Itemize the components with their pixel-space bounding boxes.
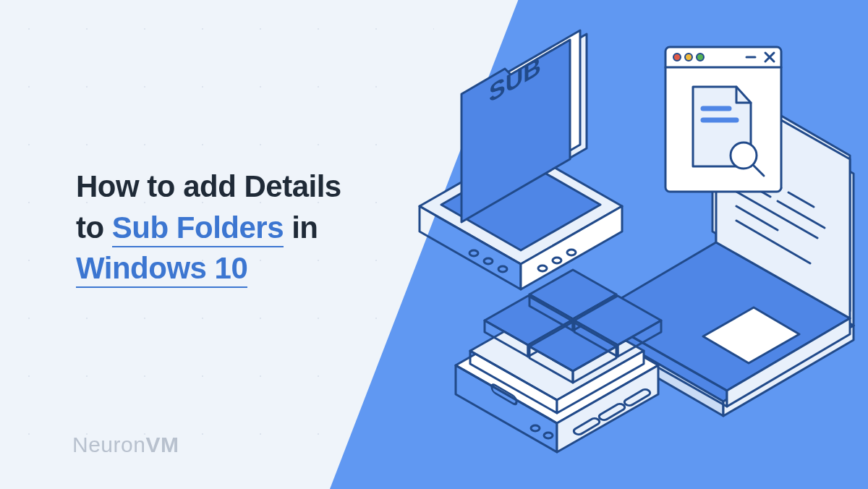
headline-part2: to — [76, 211, 104, 244]
illustration: .st{stroke:#214a8a;stroke-width:3;stroke… — [376, 25, 854, 459]
svg-point-9 — [673, 54, 681, 61]
svg-point-26 — [531, 425, 540, 431]
headline-highlight-subfolders: Sub Folders — [112, 211, 284, 247]
svg-point-10 — [685, 54, 692, 61]
brand-logo: NeuronVM — [72, 433, 179, 457]
svg-point-21 — [498, 266, 507, 272]
brand-right: VM — [145, 433, 179, 456]
svg-point-20 — [484, 258, 493, 264]
svg-point-27 — [544, 433, 553, 438]
headline-part1: How to add Details — [76, 169, 341, 203]
headline-highlight-windows10: Windows 10 — [76, 251, 247, 288]
svg-point-19 — [469, 250, 478, 256]
document-window-icon — [665, 47, 781, 192]
headline: How to add Details to Sub Folders in Win… — [76, 166, 341, 289]
brand-left: Neuron — [72, 433, 145, 456]
svg-point-11 — [697, 54, 704, 61]
folder-tray-icon: SUB — [420, 30, 622, 289]
headline-part3: in — [292, 211, 318, 244]
